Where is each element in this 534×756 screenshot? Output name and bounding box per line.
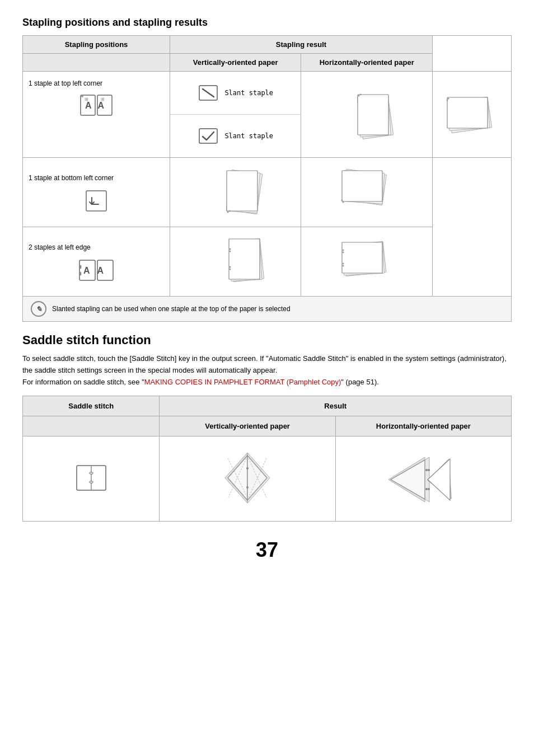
svg-point-29 (343, 201, 344, 203)
saddle-table: Saddle stitch Result Vertically-oriented… (22, 396, 512, 522)
header-result: Stapling result (170, 36, 432, 54)
svg-marker-71 (391, 460, 425, 499)
vertical-result-1 (333, 86, 400, 142)
header-horizontal: Horizontally-oriented paper (301, 54, 433, 72)
slant-label-1: Slant staple (224, 89, 273, 97)
saddle-vertical-result (203, 444, 292, 511)
svg-point-25 (228, 210, 230, 212)
check-staple-icon (198, 127, 219, 145)
svg-text:⊞: ⊞ (85, 97, 88, 102)
position-label-2: 1 staple at bottom left corner (29, 172, 164, 183)
svg-point-76 (425, 488, 428, 490)
svg-point-77 (428, 469, 430, 471)
stapling-table: Stapling positions Stapling result Verti… (22, 35, 512, 297)
svg-point-42 (229, 266, 231, 268)
svg-point-41 (229, 251, 231, 252)
horizontal-result-1 (438, 86, 505, 142)
position-label-1: 1 staple at top left corner (29, 77, 164, 88)
saddle-horizontal-result (378, 444, 468, 511)
saddle-header-result: Result (160, 396, 512, 416)
svg-point-30 (341, 200, 343, 201)
svg-rect-19 (199, 129, 217, 143)
svg-text:A: A (97, 266, 104, 275)
svg-text:A: A (97, 101, 104, 110)
svg-point-47 (343, 250, 344, 251)
svg-rect-39 (229, 239, 260, 279)
saddle-stitch-icon (74, 462, 108, 494)
svg-rect-20 (86, 191, 106, 211)
svg-point-40 (229, 248, 231, 250)
svg-rect-46 (342, 242, 382, 273)
svg-rect-23 (227, 171, 257, 211)
svg-point-6 (81, 95, 83, 97)
svg-rect-11 (358, 95, 388, 135)
horizontal-result-3 (333, 233, 400, 289)
pamphlet-link[interactable]: MAKING COPIES IN PAMPHLET FORMAT (Pamphl… (144, 378, 341, 386)
svg-point-68 (246, 486, 249, 489)
section1-title: Stapling positions and stapling results (22, 17, 512, 29)
svg-point-49 (343, 263, 344, 265)
table-row: 1 staple at top left corner A ⊞ A ⊞ (23, 72, 512, 115)
table-row: 1 staple at bottom left corner (23, 158, 512, 227)
slant-staple-box-icon (198, 84, 219, 102)
saddle-col-vertical: Vertically-oriented paper (160, 416, 335, 436)
svg-point-17 (448, 98, 449, 100)
top-left-corner-icon: A ⊞ A ⊞ (79, 93, 113, 118)
svg-point-12 (358, 95, 360, 97)
vertical-result-3 (202, 233, 269, 289)
svg-point-50 (343, 265, 344, 267)
svg-point-78 (428, 488, 430, 490)
svg-point-43 (229, 269, 231, 270)
table-row: 2 staples at left edge A A (23, 227, 512, 297)
page-number: 37 (22, 538, 512, 562)
bottom-left-icon (84, 189, 109, 213)
staple-option-check: Slant staple (174, 123, 298, 149)
svg-text:⊞: ⊞ (101, 97, 105, 102)
svg-point-13 (360, 94, 362, 96)
svg-rect-16 (447, 97, 488, 128)
saddle-stitch-title: Saddle stitch function (22, 333, 512, 348)
svg-point-24 (227, 212, 228, 213)
saddle-desc: To select saddle stitch, touch the [Sadd… (22, 353, 512, 388)
svg-point-18 (447, 100, 448, 101)
saddle-col-horizontal: Horizontally-oriented paper (335, 416, 511, 436)
two-staples-icon: A A (78, 258, 114, 283)
note-bar: ✎ Slanted stapling can be used when one … (22, 297, 512, 322)
svg-rect-28 (342, 171, 382, 201)
svg-point-67 (246, 467, 249, 469)
header-vertical: Vertically-oriented paper (170, 54, 301, 72)
svg-text:A: A (85, 101, 92, 110)
note-text: Slanted stapling can be used when one st… (52, 305, 291, 313)
svg-point-75 (425, 469, 428, 471)
note-icon: ✎ (31, 301, 46, 317)
svg-rect-54 (90, 481, 93, 483)
position-label-3: 2 staples at left edge (29, 241, 164, 252)
header-positions-sub (23, 54, 170, 72)
svg-marker-74 (428, 459, 450, 500)
staple-option-slant-box: Slant staple (174, 79, 298, 106)
svg-point-48 (343, 252, 344, 253)
saddle-header-label-sub (23, 416, 160, 436)
saddle-header-label: Saddle stitch (23, 396, 160, 416)
svg-rect-53 (90, 472, 93, 474)
saddle-table-row (23, 436, 512, 522)
svg-text:A: A (83, 266, 90, 275)
header-positions: Stapling positions (23, 36, 170, 54)
slant-label-2: Slant staple (224, 132, 273, 140)
vertical-result-2 (202, 163, 269, 219)
horizontal-result-2 (333, 163, 400, 219)
